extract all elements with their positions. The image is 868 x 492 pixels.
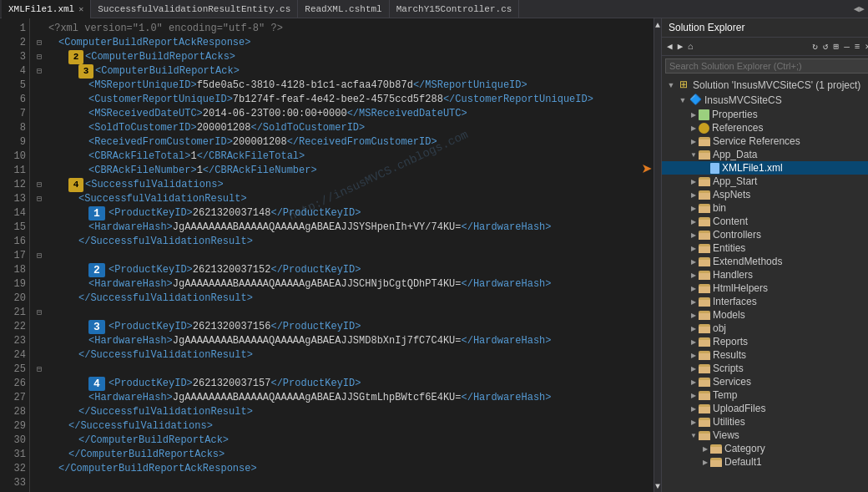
tree-item[interactable]: ▶ ExtendMethods (662, 255, 868, 268)
se-back-btn[interactable]: ◀ (665, 40, 674, 53)
tree-arrow-icon[interactable]: ▶ (689, 178, 699, 185)
fold-icon[interactable]: ⊟ (37, 249, 48, 263)
se-sync-btn[interactable]: ↻ (810, 40, 820, 53)
tree-item[interactable]: ▶ UploadFiles (662, 402, 868, 415)
tab-xmlfile1[interactable]: XMLFile1.xml ✕ (2, 0, 91, 18)
fold-icon[interactable]: ⊟ (37, 363, 48, 377)
tree-arrow-icon[interactable]: ▶ (689, 271, 699, 279)
tree-arrow-icon[interactable]: ▶ (689, 205, 699, 212)
tree-item[interactable]: ▼ App_Data (662, 148, 868, 161)
tree-arrow-icon[interactable]: ▶ (689, 191, 699, 199)
tab-readxml[interactable]: ReadXML.cshtml (298, 0, 389, 18)
tree-item-label: Controllers (713, 229, 761, 241)
tree-arrow-icon[interactable]: ▶ (689, 298, 699, 306)
tree-arrow-icon[interactable]: ▶ (689, 405, 699, 413)
tree-item[interactable]: ▶ Controllers (662, 228, 868, 241)
se-filter-btn[interactable]: ⊞ (832, 40, 841, 53)
tree-item[interactable]: ▶ AspNets (662, 188, 868, 201)
tree-item[interactable]: ▶ Properties (662, 108, 868, 121)
scroll-up-icon[interactable]: ▲ (654, 20, 661, 31)
prop-icon (699, 109, 709, 120)
tree-arrow-icon[interactable]: ▶ (689, 392, 699, 399)
tree-arrow-icon[interactable]: ▶ (689, 245, 699, 252)
tree-item[interactable]: ▶ App_Start (662, 175, 868, 188)
fold-icon[interactable]: ⊟ (37, 192, 48, 206)
tab-marchy15[interactable]: MarchY15Controller.cs (390, 0, 520, 18)
folder-icon (699, 204, 710, 213)
se-prop-btn[interactable]: ≡ (853, 41, 862, 53)
tree-arrow-icon[interactable]: ▶ (689, 218, 699, 226)
code-line: ⊟ (37, 363, 647, 377)
tree-arrow-icon[interactable]: ▼ (689, 432, 699, 439)
project-icon: 🔷 (689, 94, 702, 107)
solution-explorer-search[interactable] (665, 58, 868, 74)
tree-project[interactable]: ▼ 🔷 InsusMVCSiteCS (662, 93, 868, 108)
tree-arrow-icon[interactable]: ▶ (689, 418, 699, 426)
fold-icon[interactable]: ⊟ (37, 178, 48, 192)
se-home-btn[interactable]: ⌂ (686, 41, 695, 53)
tree-item[interactable]: ▶ References (662, 121, 868, 134)
tree-arrow-icon[interactable]: ▶ (689, 312, 699, 319)
tree-arrow-icon[interactable]: ▶ (689, 378, 699, 386)
tree-item[interactable]: ▶ Temp (662, 388, 868, 402)
tab-successfulvalidation[interactable]: SuccessfulValidationResultEntity.cs (91, 0, 298, 18)
folder-icon (699, 137, 710, 146)
tree-arrow-icon[interactable]: ▶ (689, 124, 699, 132)
tree-solution[interactable]: ▼ ⊞ Solution 'InsusMVCSiteCS' (1 project… (662, 78, 868, 93)
se-refresh-btn[interactable]: ↺ (821, 40, 830, 53)
tree-item[interactable]: ▶ Handlers (662, 268, 868, 282)
tree-arrow-icon[interactable]: ▶ (700, 459, 710, 466)
tree-item-label: Results (713, 349, 746, 361)
tree-item[interactable]: ▶ HtmlHelpers (662, 282, 868, 295)
code-content[interactable]: http://insusMVCS.cnblogs.com<?xml versio… (30, 18, 654, 492)
tree-arrow-icon[interactable]: ▶ (689, 231, 699, 239)
tree-item[interactable]: ▶ bin (662, 201, 868, 215)
tree-item[interactable]: ▶ Results (662, 348, 868, 362)
code-line: 3<ProductKeyID>2621320037156</ProductKey… (37, 320, 647, 334)
tree-item[interactable]: ▶ Scripts (662, 362, 868, 375)
tree-item[interactable]: XMLFile1.xml (662, 161, 868, 175)
code-line: <HardwareHash>JgAAAAAAAABAAAAAQAAAAAgABA… (37, 277, 647, 292)
se-close-btn[interactable]: ✕ (863, 40, 868, 53)
tree-item[interactable]: ▶ Interfaces (662, 295, 868, 308)
tree-item[interactable]: ▶ Category (662, 442, 868, 455)
tab-scroll-left-icon[interactable]: ◀▶ (850, 3, 868, 14)
tree-item[interactable]: ▶ Entities (662, 241, 868, 255)
tree-arrow-icon[interactable]: ▶ (689, 111, 699, 119)
folder-icon (710, 444, 722, 454)
solution-explorer-header: Solution Explorer (662, 18, 868, 38)
se-collapse-btn[interactable]: — (842, 41, 851, 53)
tree-item[interactable]: ▶ Reports (662, 335, 868, 348)
tree-item[interactable]: ▼ Views (662, 429, 868, 442)
tree-arrow-icon[interactable]: ▶ (689, 365, 699, 373)
tree-item[interactable]: ▶ obj (662, 322, 868, 335)
tree-item[interactable]: ▶ Models (662, 308, 868, 322)
fold-icon[interactable]: ⊟ (37, 36, 48, 50)
fold-icon[interactable]: ⊟ (37, 64, 48, 79)
tree-item[interactable]: ▶ Service References (662, 134, 868, 148)
se-forward-btn[interactable]: ▶ (676, 40, 685, 53)
tree-item[interactable]: ▶ Services (662, 375, 868, 388)
tree-arrow-icon[interactable]: ▶ (689, 338, 699, 346)
tree-arrow-icon[interactable]: ▶ (689, 285, 699, 292)
fold-icon[interactable]: ⊟ (37, 50, 48, 64)
tree-arrow-icon[interactable]: ▶ (689, 325, 699, 332)
tree-arrow-icon[interactable]: ▶ (689, 138, 699, 145)
line-badge-blue: 1 (88, 206, 105, 221)
code-line: <MSReportUniqueID>f5de0a5c-3810-4128-b1c… (37, 79, 647, 93)
code-editor[interactable]: 1234567891011121314151617181920212223242… (0, 18, 654, 492)
folder-icon (699, 431, 710, 440)
project-expand-icon[interactable]: ▼ (677, 96, 689, 104)
tree-arrow-icon[interactable]: ▶ (689, 352, 699, 359)
tree-arrow-icon[interactable]: ▼ (689, 151, 699, 159)
fold-icon[interactable]: ⊟ (37, 306, 48, 320)
tree-arrow-icon[interactable]: ▶ (689, 258, 699, 266)
tree-item[interactable]: ▶ Content (662, 215, 868, 228)
scroll-down-icon[interactable]: ▼ (654, 481, 661, 492)
tree-arrow-icon[interactable]: ▶ (700, 445, 710, 453)
tree-item[interactable]: ▶ Default1 (662, 455, 868, 469)
close-icon[interactable]: ✕ (78, 4, 83, 14)
tree-item[interactable]: ▶ Utilities (662, 415, 868, 429)
solution-tree: ▼ ⊞ Solution 'InsusMVCSiteCS' (1 project… (662, 76, 868, 492)
solution-expand-icon[interactable]: ▼ (665, 81, 677, 89)
